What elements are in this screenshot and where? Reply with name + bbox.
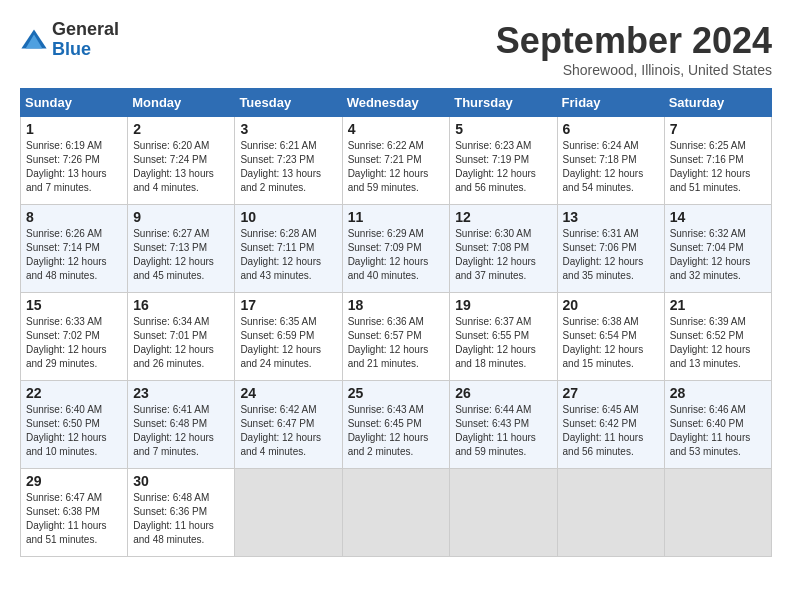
calendar-cell: 17 Sunrise: 6:35 AM Sunset: 6:59 PM Dayl… [235,293,342,381]
calendar-cell: 8 Sunrise: 6:26 AM Sunset: 7:14 PM Dayli… [21,205,128,293]
calendar-cell: 5 Sunrise: 6:23 AM Sunset: 7:19 PM Dayli… [450,117,557,205]
day-detail: Sunrise: 6:31 AM Sunset: 7:06 PM Dayligh… [563,227,659,283]
week-row-2: 8 Sunrise: 6:26 AM Sunset: 7:14 PM Dayli… [21,205,772,293]
day-detail: Sunrise: 6:45 AM Sunset: 6:42 PM Dayligh… [563,403,659,459]
day-detail: Sunrise: 6:30 AM Sunset: 7:08 PM Dayligh… [455,227,551,283]
calendar-cell: 25 Sunrise: 6:43 AM Sunset: 6:45 PM Dayl… [342,381,450,469]
calendar-cell: 13 Sunrise: 6:31 AM Sunset: 7:06 PM Dayl… [557,205,664,293]
calendar-cell: 19 Sunrise: 6:37 AM Sunset: 6:55 PM Dayl… [450,293,557,381]
day-detail: Sunrise: 6:29 AM Sunset: 7:09 PM Dayligh… [348,227,445,283]
day-number: 26 [455,385,551,401]
day-number: 22 [26,385,122,401]
calendar-cell: 6 Sunrise: 6:24 AM Sunset: 7:18 PM Dayli… [557,117,664,205]
calendar-cell: 11 Sunrise: 6:29 AM Sunset: 7:09 PM Dayl… [342,205,450,293]
week-row-4: 22 Sunrise: 6:40 AM Sunset: 6:50 PM Dayl… [21,381,772,469]
day-number: 1 [26,121,122,137]
calendar-cell: 21 Sunrise: 6:39 AM Sunset: 6:52 PM Dayl… [664,293,771,381]
calendar-cell: 22 Sunrise: 6:40 AM Sunset: 6:50 PM Dayl… [21,381,128,469]
day-detail: Sunrise: 6:48 AM Sunset: 6:36 PM Dayligh… [133,491,229,547]
calendar-cell: 18 Sunrise: 6:36 AM Sunset: 6:57 PM Dayl… [342,293,450,381]
day-number: 5 [455,121,551,137]
day-number: 27 [563,385,659,401]
day-detail: Sunrise: 6:36 AM Sunset: 6:57 PM Dayligh… [348,315,445,371]
calendar-cell: 9 Sunrise: 6:27 AM Sunset: 7:13 PM Dayli… [128,205,235,293]
day-number: 10 [240,209,336,225]
day-number: 24 [240,385,336,401]
calendar-cell [235,469,342,557]
day-detail: Sunrise: 6:37 AM Sunset: 6:55 PM Dayligh… [455,315,551,371]
day-detail: Sunrise: 6:21 AM Sunset: 7:23 PM Dayligh… [240,139,336,195]
day-detail: Sunrise: 6:43 AM Sunset: 6:45 PM Dayligh… [348,403,445,459]
calendar-cell: 29 Sunrise: 6:47 AM Sunset: 6:38 PM Dayl… [21,469,128,557]
day-detail: Sunrise: 6:25 AM Sunset: 7:16 PM Dayligh… [670,139,766,195]
day-number: 30 [133,473,229,489]
header-wednesday: Wednesday [342,89,450,117]
day-number: 23 [133,385,229,401]
day-number: 3 [240,121,336,137]
calendar-cell: 1 Sunrise: 6:19 AM Sunset: 7:26 PM Dayli… [21,117,128,205]
week-row-3: 15 Sunrise: 6:33 AM Sunset: 7:02 PM Dayl… [21,293,772,381]
day-number: 8 [26,209,122,225]
calendar-cell [450,469,557,557]
calendar-cell: 23 Sunrise: 6:41 AM Sunset: 6:48 PM Dayl… [128,381,235,469]
header-tuesday: Tuesday [235,89,342,117]
calendar-cell: 27 Sunrise: 6:45 AM Sunset: 6:42 PM Dayl… [557,381,664,469]
day-detail: Sunrise: 6:38 AM Sunset: 6:54 PM Dayligh… [563,315,659,371]
day-detail: Sunrise: 6:20 AM Sunset: 7:24 PM Dayligh… [133,139,229,195]
calendar-cell: 12 Sunrise: 6:30 AM Sunset: 7:08 PM Dayl… [450,205,557,293]
day-number: 20 [563,297,659,313]
header-sunday: Sunday [21,89,128,117]
day-number: 2 [133,121,229,137]
calendar-cell: 20 Sunrise: 6:38 AM Sunset: 6:54 PM Dayl… [557,293,664,381]
logo: General Blue [20,20,119,60]
day-number: 9 [133,209,229,225]
day-number: 7 [670,121,766,137]
day-number: 4 [348,121,445,137]
logo-text: General Blue [52,20,119,60]
day-number: 16 [133,297,229,313]
day-number: 6 [563,121,659,137]
day-detail: Sunrise: 6:34 AM Sunset: 7:01 PM Dayligh… [133,315,229,371]
calendar-cell [342,469,450,557]
calendar-cell: 28 Sunrise: 6:46 AM Sunset: 6:40 PM Dayl… [664,381,771,469]
calendar-cell: 30 Sunrise: 6:48 AM Sunset: 6:36 PM Dayl… [128,469,235,557]
day-detail: Sunrise: 6:39 AM Sunset: 6:52 PM Dayligh… [670,315,766,371]
day-detail: Sunrise: 6:33 AM Sunset: 7:02 PM Dayligh… [26,315,122,371]
calendar-cell: 24 Sunrise: 6:42 AM Sunset: 6:47 PM Dayl… [235,381,342,469]
day-number: 18 [348,297,445,313]
day-number: 11 [348,209,445,225]
header-friday: Friday [557,89,664,117]
calendar-cell: 26 Sunrise: 6:44 AM Sunset: 6:43 PM Dayl… [450,381,557,469]
day-number: 12 [455,209,551,225]
day-detail: Sunrise: 6:32 AM Sunset: 7:04 PM Dayligh… [670,227,766,283]
calendar-cell: 2 Sunrise: 6:20 AM Sunset: 7:24 PM Dayli… [128,117,235,205]
day-detail: Sunrise: 6:27 AM Sunset: 7:13 PM Dayligh… [133,227,229,283]
day-detail: Sunrise: 6:41 AM Sunset: 6:48 PM Dayligh… [133,403,229,459]
calendar-cell: 3 Sunrise: 6:21 AM Sunset: 7:23 PM Dayli… [235,117,342,205]
calendar-table: Sunday Monday Tuesday Wednesday Thursday… [20,88,772,557]
day-detail: Sunrise: 6:19 AM Sunset: 7:26 PM Dayligh… [26,139,122,195]
calendar-cell: 10 Sunrise: 6:28 AM Sunset: 7:11 PM Dayl… [235,205,342,293]
day-number: 25 [348,385,445,401]
week-row-1: 1 Sunrise: 6:19 AM Sunset: 7:26 PM Dayli… [21,117,772,205]
day-detail: Sunrise: 6:23 AM Sunset: 7:19 PM Dayligh… [455,139,551,195]
day-detail: Sunrise: 6:28 AM Sunset: 7:11 PM Dayligh… [240,227,336,283]
day-detail: Sunrise: 6:46 AM Sunset: 6:40 PM Dayligh… [670,403,766,459]
day-detail: Sunrise: 6:42 AM Sunset: 6:47 PM Dayligh… [240,403,336,459]
day-detail: Sunrise: 6:22 AM Sunset: 7:21 PM Dayligh… [348,139,445,195]
day-number: 15 [26,297,122,313]
logo-icon [20,26,48,54]
day-number: 28 [670,385,766,401]
calendar-cell: 15 Sunrise: 6:33 AM Sunset: 7:02 PM Dayl… [21,293,128,381]
day-number: 19 [455,297,551,313]
calendar-cell: 4 Sunrise: 6:22 AM Sunset: 7:21 PM Dayli… [342,117,450,205]
logo-general-text: General [52,19,119,39]
day-detail: Sunrise: 6:24 AM Sunset: 7:18 PM Dayligh… [563,139,659,195]
header-monday: Monday [128,89,235,117]
calendar-cell [664,469,771,557]
day-detail: Sunrise: 6:26 AM Sunset: 7:14 PM Dayligh… [26,227,122,283]
day-detail: Sunrise: 6:40 AM Sunset: 6:50 PM Dayligh… [26,403,122,459]
day-number: 29 [26,473,122,489]
day-detail: Sunrise: 6:35 AM Sunset: 6:59 PM Dayligh… [240,315,336,371]
calendar-cell: 14 Sunrise: 6:32 AM Sunset: 7:04 PM Dayl… [664,205,771,293]
